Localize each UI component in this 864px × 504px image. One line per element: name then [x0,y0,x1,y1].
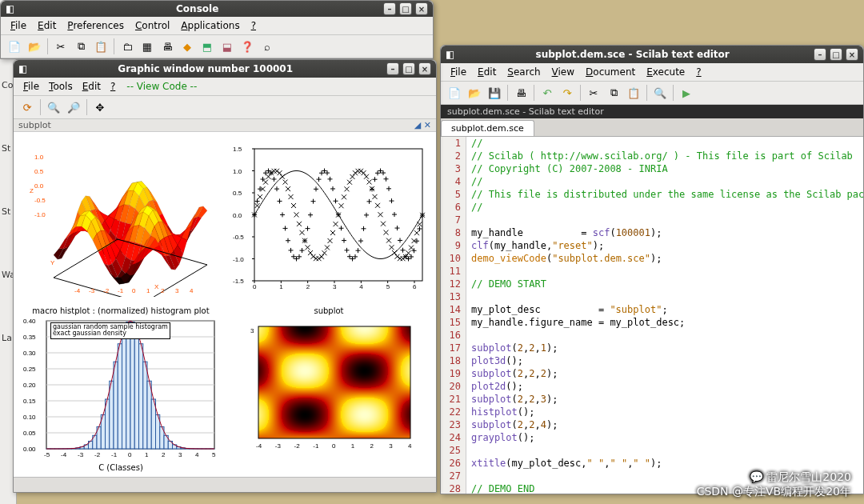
editor-tab[interactable]: subplot.dem.sce [441,120,534,136]
menu-tools[interactable]: Tools [44,79,78,94]
tool-icon[interactable]: ⬒ [198,38,216,55]
minimize-button[interactable]: – [814,48,826,61]
run-icon[interactable]: ▦ [138,38,156,55]
zoom-in-icon[interactable]: 🔍 [45,98,62,116]
copy-icon[interactable]: ⧉ [605,84,622,102]
console-window: ◧ Console – □ × FileEditPreferencesContr… [0,0,434,59]
console-toolbar: 📄 📂 ✂ ⧉ 📋 🗀 ▦ 🖶 ◆ ⬒ ⬓ ❓ ⌕ [1,35,433,58]
console-title: Console [14,3,380,14]
minimize-button[interactable]: – [383,2,396,15]
menu-document[interactable]: Document [581,65,640,79]
view-code-link[interactable]: -- View Code -- [122,79,202,94]
demos-icon[interactable]: ⌕ [258,38,276,55]
close-button[interactable]: × [418,62,431,75]
module-icon[interactable]: ⬓ [218,38,236,55]
menu-edit[interactable]: Edit [78,79,106,94]
menu-execute[interactable]: Execute [642,65,690,79]
console-titlebar[interactable]: ◧ Console – □ × [1,1,433,17]
panel-controls[interactable]: ◢ ✕ [414,120,431,130]
menu-?[interactable]: ? [246,18,261,33]
panel-tab: subplot ◢ ✕ [14,119,436,132]
plot-2d [226,137,431,303]
editor-menubar: FileEditSearchViewDocumentExecute? [441,63,863,82]
minimize-button[interactable]: – [386,62,399,75]
menu-applications[interactable]: Applications [176,18,244,33]
code-area[interactable]: 1//2// Scilab ( http://www.scilab.org/ )… [441,137,863,494]
window-icon: ◧ [18,63,27,74]
hist-legend: gaussian random sample histogram exact g… [50,322,170,340]
menu-edit[interactable]: Edit [33,18,61,33]
menu-?[interactable]: ? [691,65,706,79]
editor-toolbar: 📄 📂 💾 🖶 ↶ ↷ ✂ ⧉ 📋 🔍 ▶ [441,82,863,105]
editor-pathbar: subplot.dem.sce - Scilab text editor [441,105,863,118]
menu-file[interactable]: File [18,79,44,94]
hist-xlabel: C (Classes) [18,463,223,472]
close-button[interactable]: × [415,2,428,15]
graphic-toolbar: ⟳ 🔍 🔎 ✥ [14,96,436,119]
menu-view[interactable]: View [547,65,579,79]
graphic-titlebar[interactable]: ◧ Graphic window number 100001 – □ × [14,60,436,78]
plot-gray: subplot [226,306,431,473]
folder-icon[interactable]: 🗀 [118,38,136,55]
app-icon[interactable]: ◆ [178,38,196,55]
editor-title: subplot.dem.sce - Scilab text editor [454,49,810,60]
graphic-window: ◧ Graphic window number 100001 – □ × Fil… [13,59,437,493]
print-icon[interactable]: 🖶 [512,84,530,102]
panel-label: subplot [18,120,51,130]
editor-tabbar: subplot.dem.sce [441,118,863,137]
paste-icon[interactable]: 📋 [92,38,110,55]
hist-title: macro histplot : (normalized) histogram … [18,306,223,315]
graphic-menubar: FileToolsEdit? -- View Code -- [14,78,436,96]
undo-icon[interactable]: ↶ [538,84,556,102]
menu-file[interactable]: File [6,18,31,33]
plot-3d [18,137,223,303]
editor-window: ◧ subplot.dem.sce - Scilab text editor –… [440,45,864,494]
new-icon[interactable]: 📄 [446,84,463,102]
graphic-statusbar [14,477,436,492]
close-button[interactable]: × [846,48,858,61]
cut-icon[interactable]: ✂ [52,38,70,55]
menu-preferences[interactable]: Preferences [62,18,129,33]
open-icon[interactable]: 📂 [466,84,483,102]
menu-file[interactable]: File [446,65,471,79]
menu-edit[interactable]: Edit [473,65,501,79]
find-icon[interactable]: 🔍 [651,84,669,102]
menu-search[interactable]: Search [502,65,545,79]
graphic-title: Graphic window number 100001 [27,63,383,74]
save-icon[interactable]: 💾 [486,84,503,102]
maximize-button[interactable]: □ [830,48,842,61]
window-icon: ◧ [446,49,454,60]
window-icon: ◧ [6,3,14,14]
plot-hist: macro histplot : (normalized) histogram … [18,306,223,473]
print-icon[interactable]: 🖶 [158,38,176,55]
execute-icon[interactable]: ▶ [678,84,695,102]
menu-control[interactable]: Control [130,18,174,33]
paste-icon[interactable]: 📋 [625,84,642,102]
pan-icon[interactable]: ✥ [91,98,109,116]
open-icon[interactable]: 📂 [26,38,43,55]
menu-?[interactable]: ? [106,79,120,94]
zoom-out-icon[interactable]: 🔎 [65,98,82,116]
redo-icon[interactable]: ↷ [558,84,576,102]
gray-title: subplot [226,306,431,315]
editor-titlebar[interactable]: ◧ subplot.dem.sce - Scilab text editor –… [441,46,863,63]
new-icon[interactable]: 📄 [6,38,23,55]
rotate-icon[interactable]: ⟳ [18,98,36,116]
maximize-button[interactable]: □ [399,2,412,15]
copy-icon[interactable]: ⧉ [72,38,90,55]
console-menubar: FileEditPreferencesControlApplications? [1,17,433,35]
cut-icon[interactable]: ✂ [585,84,602,102]
help-icon[interactable]: ❓ [238,38,256,55]
maximize-button[interactable]: □ [402,62,415,75]
